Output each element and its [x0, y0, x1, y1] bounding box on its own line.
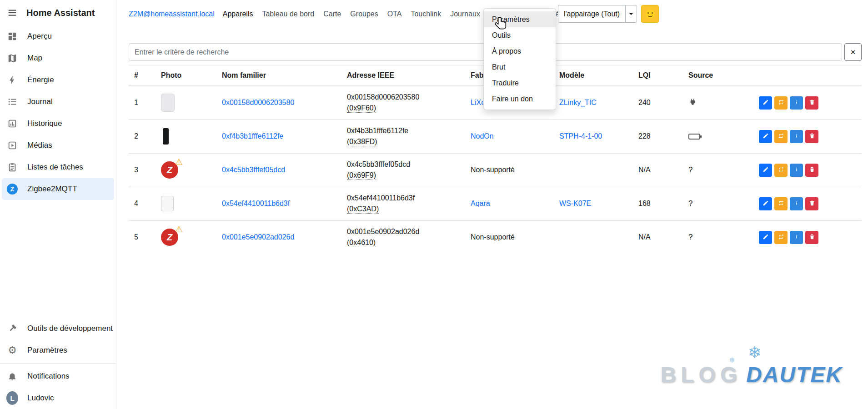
sidebar-item-historique[interactable]: Historique [0, 113, 116, 135]
delete-button[interactable] [805, 164, 818, 177]
menu-item-brut[interactable]: Brut [484, 59, 556, 75]
col-header-ieee: Adresse IEEE [341, 65, 465, 86]
power-plug-icon [688, 100, 697, 108]
sidebar-item-label: Listes de tâches [27, 163, 83, 172]
list-bulleted-icon [6, 96, 18, 108]
model-link[interactable]: WS-K07E [559, 200, 591, 207]
menu-item-traduire[interactable]: Traduire [484, 75, 556, 91]
battery-icon [688, 134, 700, 140]
permit-join-button[interactable]: l'appairage (Tout) [558, 5, 625, 23]
z2m-brand-link[interactable]: Z2M@homeassistant.local [129, 10, 215, 18]
info-button[interactable] [790, 197, 803, 210]
menu-item-a-propos[interactable]: À propos [484, 43, 556, 59]
network-address: (0x4610) [347, 239, 376, 247]
table-row: 4 0x54ef4410011b6d3f 0x54ef4410011b6d3f … [129, 187, 862, 220]
sidebar-item-label: Historique [27, 119, 62, 128]
sidebar-item-outils-de-developpement[interactable]: Outils de développement [0, 318, 116, 339]
clear-search-button[interactable]: × [844, 43, 862, 61]
sidebar-item-label: Notifications [27, 372, 70, 381]
col-header-num: # [129, 65, 156, 86]
edit-button[interactable] [759, 231, 772, 244]
reconfigure-button[interactable] [774, 130, 788, 143]
sidebar-item-zigbee2mqtt[interactable]: Zigbee2MQTT [2, 178, 114, 200]
sidebar-item-medias[interactable]: Médias [0, 135, 116, 156]
nav-item-carte[interactable]: Carte [319, 10, 346, 18]
sidebar-item-journal[interactable]: Journal [0, 91, 116, 113]
nav-item-appareils[interactable]: Appareils [218, 10, 258, 18]
delete-button[interactable] [805, 130, 818, 143]
sidebar-item-user[interactable]: L Ludovic [0, 387, 116, 409]
table-row: 5 0x001e5e0902ad026d 0x001e5e0902ad026d … [129, 220, 862, 254]
delete-button[interactable] [805, 231, 818, 244]
menu-item-outils[interactable]: Outils [484, 27, 556, 43]
ieee-address: 0x001e5e0902ad026d [347, 226, 460, 237]
sidebar-divider [0, 363, 116, 364]
nav-item-tableau-de-bord[interactable]: Tableau de bord [257, 10, 319, 18]
edit-button[interactable] [759, 164, 772, 177]
model-link[interactable]: ZLinky_TIC [559, 99, 597, 106]
gear-icon: ⚙ [6, 344, 18, 356]
ieee-address: 0x54ef4410011b6d3f [347, 193, 460, 204]
pencil-icon [763, 99, 769, 107]
ieee-address: 0xf4b3b1fffe6112fe [347, 125, 460, 136]
sidebar-item-label: Map [27, 54, 42, 63]
nav-item-ota[interactable]: OTA [383, 10, 406, 18]
play-box-icon [6, 140, 18, 151]
repeat-icon [778, 133, 784, 140]
settings-dropdown-menu: Paramètres Outils À propos Brut Traduire… [483, 8, 556, 110]
sidebar-item-energie[interactable]: Énergie [0, 69, 116, 91]
friendly-name-link[interactable]: 0x00158d0006203580 [222, 99, 294, 106]
sidebar-item-label: Paramètres [27, 346, 67, 355]
sidebar-item-listes-de-taches[interactable]: Listes de tâches [0, 156, 116, 178]
friendly-name-link[interactable]: 0xf4b3b1fffe6112fe [222, 132, 283, 140]
lqi-value: 240 [633, 86, 683, 120]
reconfigure-button[interactable] [774, 231, 788, 244]
row-actions [759, 130, 856, 143]
info-button[interactable] [790, 164, 803, 177]
nav-item-groupes[interactable]: Groupes [346, 10, 382, 18]
menu-item-faire-un-don[interactable]: Faire un don [484, 91, 556, 107]
permit-join-caret-button[interactable] [625, 5, 637, 23]
sidebar-item-apercu[interactable]: Aperçu [0, 25, 116, 47]
sidebar-header: Home Assistant [0, 0, 116, 25]
unknown-source: ? [688, 199, 692, 208]
hamburger-menu-icon[interactable] [6, 7, 18, 19]
sidebar-item-parametres[interactable]: ⚙ Paramètres [0, 339, 116, 361]
edit-button[interactable] [759, 197, 772, 210]
manufacturer-text: Non-supporté [471, 166, 515, 174]
lightning-bolt-icon [6, 74, 18, 86]
menu-item-parametres[interactable]: Paramètres [484, 11, 556, 27]
friendly-name-link[interactable]: 0x4c5bb3fffef05dcd [222, 166, 285, 174]
sidebar-item-notifications[interactable]: Notifications [0, 365, 116, 387]
reconfigure-button[interactable] [774, 197, 788, 210]
smiley-face-icon [646, 10, 655, 19]
delete-button[interactable] [805, 197, 818, 210]
edit-button[interactable] [759, 130, 772, 143]
reconfigure-button[interactable] [774, 164, 788, 177]
edit-button[interactable] [759, 96, 772, 110]
nav-item-touchlink[interactable]: Touchlink [406, 10, 446, 18]
pencil-icon [763, 234, 769, 241]
friendly-name-link[interactable]: 0x54ef4410011b6d3f [222, 200, 290, 207]
map-icon [6, 52, 18, 64]
sidebar-item-map[interactable]: Map [0, 47, 116, 69]
caret-down-icon [629, 13, 633, 15]
network-address: (0x9F60) [347, 104, 376, 113]
delete-button[interactable] [805, 96, 818, 110]
trash-icon [809, 166, 815, 174]
info-icon [793, 166, 800, 174]
info-button[interactable] [790, 96, 803, 110]
model-link[interactable]: STPH-4-1-00 [559, 132, 602, 140]
nav-item-journaux[interactable]: Journaux [446, 10, 485, 18]
manufacturer-link[interactable]: NodOn [471, 132, 494, 140]
info-icon [793, 200, 800, 208]
theme-toggle-button[interactable] [641, 5, 659, 23]
manufacturer-link[interactable]: Aqara [471, 200, 490, 207]
info-button[interactable] [790, 130, 803, 143]
reconfigure-button[interactable] [774, 96, 788, 110]
row-num: 1 [129, 86, 156, 120]
info-button[interactable] [790, 231, 803, 244]
friendly-name-link[interactable]: 0x001e5e0902ad026d [222, 233, 294, 241]
pencil-icon [763, 133, 769, 140]
app-title: Home Assistant [26, 8, 95, 18]
